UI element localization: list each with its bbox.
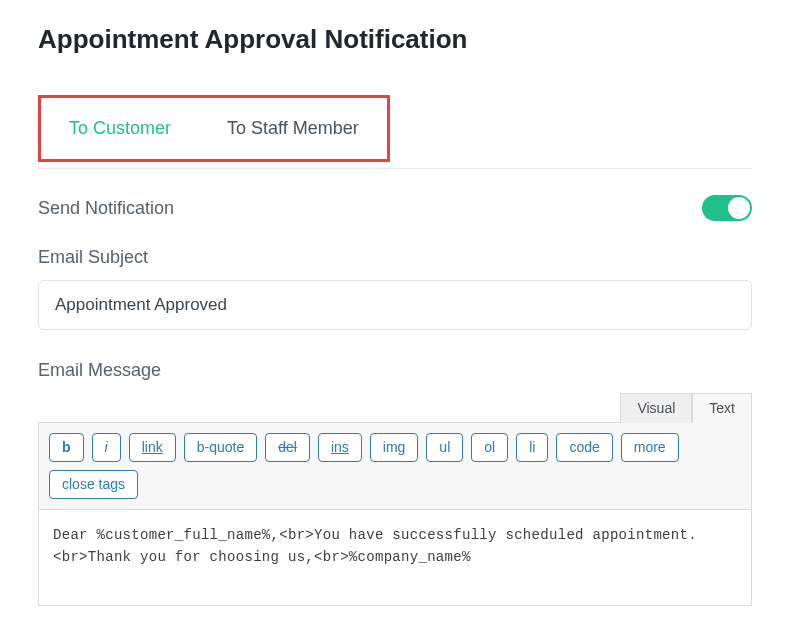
qt-more-button[interactable]: more xyxy=(621,433,679,462)
send-notification-toggle[interactable] xyxy=(702,195,752,221)
editor-tab-text[interactable]: Text xyxy=(692,393,752,423)
qt-close-tags-button[interactable]: close tags xyxy=(49,470,138,499)
tab-to-staff-member[interactable]: To Staff Member xyxy=(199,98,387,159)
send-notification-label: Send Notification xyxy=(38,198,174,219)
email-message-textarea[interactable] xyxy=(39,510,751,605)
tabs-divider xyxy=(38,168,752,169)
editor-mode-tabs: Visual Text xyxy=(38,393,752,423)
editor-box: b i link b-quote del ins img ul ol li co… xyxy=(38,422,752,606)
qt-ol-button[interactable]: ol xyxy=(471,433,508,462)
quicktags-toolbar: b i link b-quote del ins img ul ol li co… xyxy=(39,423,751,510)
qt-ins-button[interactable]: ins xyxy=(318,433,362,462)
tab-to-customer[interactable]: To Customer xyxy=(41,98,199,159)
toggle-knob xyxy=(728,197,750,219)
qt-italic-button[interactable]: i xyxy=(92,433,121,462)
recipient-tabs-highlight: To Customer To Staff Member xyxy=(38,95,390,162)
email-subject-label: Email Subject xyxy=(38,247,752,268)
qt-ul-button[interactable]: ul xyxy=(426,433,463,462)
qt-bquote-button[interactable]: b-quote xyxy=(184,433,257,462)
page-title: Appointment Approval Notification xyxy=(38,24,752,55)
qt-del-button[interactable]: del xyxy=(265,433,310,462)
qt-link-button[interactable]: link xyxy=(129,433,176,462)
qt-img-button[interactable]: img xyxy=(370,433,419,462)
qt-li-button[interactable]: li xyxy=(516,433,548,462)
editor-tab-visual[interactable]: Visual xyxy=(620,393,692,423)
email-subject-input[interactable] xyxy=(38,280,752,330)
qt-code-button[interactable]: code xyxy=(556,433,612,462)
email-message-label: Email Message xyxy=(38,360,752,381)
qt-bold-button[interactable]: b xyxy=(49,433,84,462)
send-notification-row: Send Notification xyxy=(38,195,752,221)
